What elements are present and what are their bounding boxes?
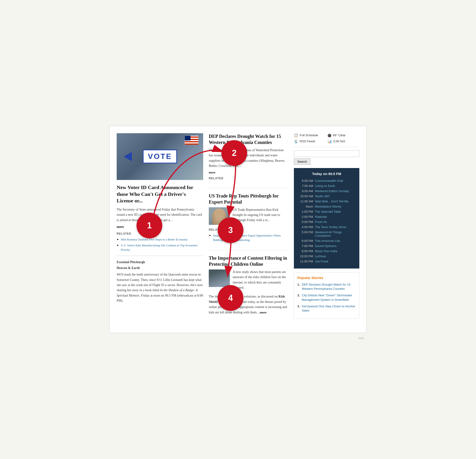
promo-title: Heaven & Earth xyxy=(117,266,203,271)
mid-article-1-body: The Pennsylvania DEP's Bureau of Watersh… xyxy=(209,148,288,169)
popular-item-1: 1. DEP Declares Drought Watch for 15 Wes… xyxy=(298,283,356,291)
mid-article-3-content: A new study shows that most parents are … xyxy=(209,269,288,292)
schedule-show: Music from India xyxy=(315,249,337,253)
left-column: VOTE New Voter ID Card Announced for tho… xyxy=(117,133,203,326)
mid-related-2-list: Small Businesses Will Have Equal Opportu… xyxy=(209,233,288,242)
popular-title: Popular Stories xyxy=(298,276,356,280)
rss-icon: 📡 xyxy=(294,139,298,143)
schedule-row[interactable]: 5:00 PM Weekend All Things Considered xyxy=(297,230,356,237)
schedule-show: Commonwealth Club xyxy=(315,179,343,183)
schedule-show: Sound Opinions xyxy=(315,244,337,248)
search-input[interactable] xyxy=(294,150,359,157)
left-related-list: Mitt Romney Outlines Five Steps to a Bet… xyxy=(117,237,203,252)
schedule-row[interactable]: 10:00 PM LeShow xyxy=(297,255,356,258)
schedule-row[interactable]: 4:00 PM The Tavis Smiley Show xyxy=(297,225,356,229)
schedule-show: Weekend Edition Sunday xyxy=(315,189,349,193)
list-item: U.S. Voters Rate Manufacturing Job Creat… xyxy=(121,243,203,252)
search-bar: Search xyxy=(294,150,359,165)
schedule-row[interactable]: 7:00 PM Sound Opinions xyxy=(297,244,356,248)
mid-related-2: RELATED Small Businesses Will Have Equal… xyxy=(209,228,288,242)
left-article-more[interactable]: more xyxy=(117,225,124,229)
schedule-row[interactable]: 6:00 AM Commonwealth Club xyxy=(297,179,356,183)
schedule-time: 11:00 PM xyxy=(297,260,313,263)
schedule-show: Wait Wait... Don't Tell Me xyxy=(315,200,348,203)
top-bar: 📋 Full Schedule ⬤ 66° Clear 📡 RSS Feeds … xyxy=(294,133,359,147)
promo-section: Essential Pittsburgh Heaven & Earth We'l… xyxy=(117,260,203,303)
left-article-title[interactable]: New Voter ID Card Announced for those Wh… xyxy=(117,184,203,204)
mid-article-1-more[interactable]: more xyxy=(209,171,216,174)
middle-column: DEP Declares Drought Watch for 15 Wester… xyxy=(209,133,288,326)
schedule-row[interactable]: 2:00 PM Radiolab xyxy=(297,215,356,218)
popular-link-3[interactable]: Kennywood One Step Closer to Alcohol Sal… xyxy=(302,304,356,313)
left-related-label: RELATED xyxy=(117,232,203,235)
schedule-time: 6:00 AM xyxy=(297,179,313,183)
schedule-time: 1:00 PM xyxy=(297,210,313,213)
schedule-row[interactable]: 11:00 PM Joe Frank xyxy=(297,260,356,263)
schedule-time: 5:00 PM xyxy=(297,230,313,237)
schedule-show: Joe Frank xyxy=(315,260,329,263)
schedule-title: Today on 90.5 FM xyxy=(297,172,356,176)
popular-num-2: 2. xyxy=(298,293,300,302)
mid-article-3: The Importance of Content Filtering in P… xyxy=(209,255,288,321)
mid-article-2-body: US Trade Representative Ron Kirk brought… xyxy=(233,207,288,223)
mid-related-2-link-1[interactable]: Small Businesses Will Have Equal Opportu… xyxy=(213,234,280,242)
schedule-show: Fresh Air xyxy=(315,220,327,224)
weather-icon: ⬤ xyxy=(328,133,332,137)
popular-box: Popular Stories 1. DEP Declares Drought … xyxy=(294,272,359,318)
schedule-time: 8:00 AM xyxy=(297,189,313,193)
schedule-row[interactable]: 8:00 PM Music from India xyxy=(297,249,356,253)
rating-label: 0.00 N/A xyxy=(333,140,345,143)
schedule-show: Living on Earth xyxy=(315,184,335,188)
full-schedule-link[interactable]: 📋 Full Schedule xyxy=(294,133,326,137)
weather-display: ⬤ 66° Clear xyxy=(328,133,359,137)
mid-article-1: DEP Declares Drought Watch for 15 Wester… xyxy=(209,133,288,188)
schedule-time: 10:00 AM xyxy=(297,194,313,198)
schedule-row[interactable]: Noon Marketplace Money xyxy=(297,205,356,208)
search-button[interactable]: Search xyxy=(294,159,310,165)
mid-article-3-body2: The importance of finding solutions, as … xyxy=(209,294,288,315)
schedule-row[interactable]: 6:00 PM This American Life xyxy=(297,239,356,242)
mid-article-3-body1: A new study shows that most parents are … xyxy=(233,269,288,291)
popular-num-3: 3. xyxy=(298,304,300,313)
schedule-show: This American Life xyxy=(315,239,340,242)
mid-article-1-title[interactable]: DEP Declares Drought Watch for 15 Wester… xyxy=(209,133,288,145)
vote-image: VOTE xyxy=(117,133,203,180)
mid-article-3-more[interactable]: more xyxy=(260,311,267,314)
schedule-show: The Splendid Table xyxy=(315,210,341,213)
mid-related-1: RELATED xyxy=(209,177,288,180)
mid-related-2-label: RELATED xyxy=(209,228,288,231)
list-item: Small Businesses Will Have Equal Opportu… xyxy=(213,233,288,242)
schedule-row[interactable]: 3:00 PM Fresh Air xyxy=(297,220,356,224)
list-item: Mitt Romney Outlines Five Steps to a Bet… xyxy=(121,237,203,242)
schedule-row[interactable]: 10:00 AM Studio 360 xyxy=(297,194,356,198)
mid-article-2-image xyxy=(209,207,230,225)
related-link-1[interactable]: Mitt Romney Outlines Five Steps to a Bet… xyxy=(121,238,187,241)
weather-label: 66° Clear xyxy=(333,134,346,137)
left-article-body: The Secretary of State announced Friday … xyxy=(117,207,203,223)
mid-article-3-title[interactable]: The Importance of Content Filtering in P… xyxy=(209,255,288,267)
mid-article-3-image xyxy=(209,269,230,287)
schedule-show: The Tavis Smiley Show xyxy=(315,225,346,229)
schedule-row[interactable]: 1:00 PM The Splendid Table xyxy=(297,210,356,213)
popular-item-2: 2. City Debuts New "Green" Stormwater Ma… xyxy=(298,293,356,302)
full-schedule-label: Full Schedule xyxy=(300,134,318,137)
mid-related-1-label: RELATED xyxy=(209,177,288,180)
miro-label: miro xyxy=(358,336,364,340)
schedule-icon: 📋 xyxy=(294,133,298,137)
schedule-row[interactable]: 8:00 AM Weekend Edition Sunday xyxy=(297,189,356,193)
mid-article-2-title[interactable]: US Trade Rep Touts Pittsburgh for Export… xyxy=(209,193,288,205)
popular-link-1[interactable]: DEP Declares Drought Watch for 15 Wester… xyxy=(302,283,356,291)
left-related-section: RELATED Mitt Romney Outlines Five Steps … xyxy=(117,232,203,252)
schedule-row[interactable]: 11:00 AM Wait Wait... Don't Tell Me xyxy=(297,200,356,203)
popular-link-2[interactable]: City Debuts New "Green" Stormwater Manag… xyxy=(302,293,356,302)
schedule-time: 11:00 AM xyxy=(297,200,313,203)
rss-link[interactable]: 📡 RSS Feeds xyxy=(294,139,326,143)
divider xyxy=(117,256,203,256)
popular-num-1: 1. xyxy=(298,283,300,291)
schedule-time: 7:00 AM xyxy=(297,184,313,188)
rating-icon: 📊 xyxy=(328,139,332,143)
schedule-row[interactable]: 7:00 AM Living on Earth xyxy=(297,184,356,188)
mid-article-2-content: US Trade Representative Ron Kirk brought… xyxy=(209,207,288,225)
related-link-2[interactable]: U.S. Voters Rate Manufacturing Job Creat… xyxy=(121,243,198,251)
popular-item-3: 3. Kennywood One Step Closer to Alcohol … xyxy=(298,304,356,313)
